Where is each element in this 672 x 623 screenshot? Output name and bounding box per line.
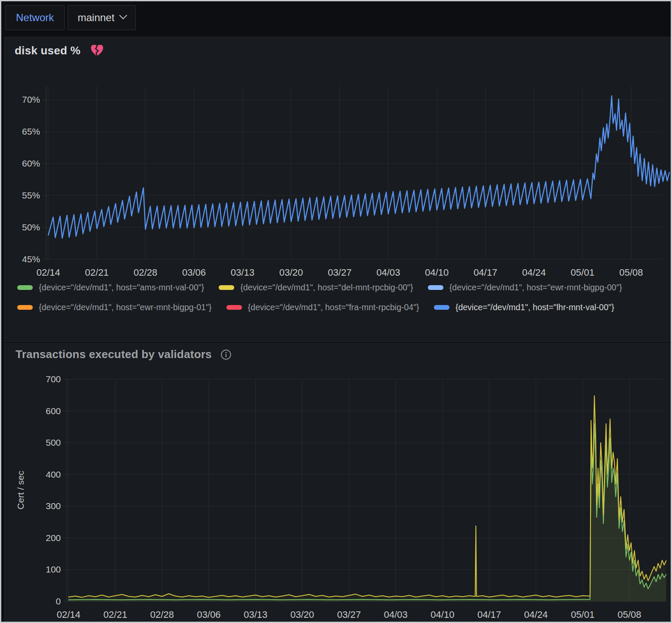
y-tick-label: 500 <box>46 437 61 447</box>
y-tick-label: 55% <box>22 190 40 200</box>
series-line <box>48 96 669 238</box>
y-tick-label: 65% <box>22 126 40 136</box>
x-tick-label: 03/27 <box>328 267 352 278</box>
x-tick-label: 02/21 <box>104 609 127 620</box>
x-tick-label: 03/06 <box>182 267 206 278</box>
x-tick-label: 03/20 <box>279 267 303 278</box>
x-tick-label: 02/14 <box>36 267 60 278</box>
x-tick-label: 04/17 <box>474 267 497 278</box>
x-tick-label: 05/08 <box>618 609 641 620</box>
legend-series-swatch <box>17 285 33 290</box>
y-tick-label: 45% <box>22 254 40 264</box>
disk-chart-legend: {device="/dev/md1", host="ams-mnt-val-00… <box>17 281 660 313</box>
broken-heart-icon <box>91 45 104 57</box>
x-tick-label: 03/20 <box>290 609 314 620</box>
y-tick-label: 600 <box>46 406 61 416</box>
network-variable-label-box: Network <box>5 5 65 30</box>
legend-series-label: {device="/dev/md1", host="fra-mnt-rpcbig… <box>248 302 419 312</box>
legend-item[interactable]: {device="/dev/md1", host="ewr-mnt-bigpg-… <box>17 301 212 313</box>
legend-series-swatch <box>219 285 234 290</box>
x-tick-label: 02/28 <box>134 267 157 278</box>
legend-item[interactable]: {device="/dev/md1", host="lhr-mnt-val-00… <box>434 301 614 313</box>
x-tick-label: 04/10 <box>430 609 454 620</box>
legend-series-label: {device="/dev/md1", host="ewr-mnt-bigpg-… <box>39 302 212 312</box>
legend-series-label: {device="/dev/md1", host="ewr-mnt-bigpg-… <box>449 283 622 293</box>
x-tick-label: 04/17 <box>477 609 501 620</box>
legend-item[interactable]: {device="/dev/md1", host="ewr-mnt-bigpg-… <box>428 281 622 293</box>
legend-series-swatch <box>434 305 449 310</box>
network-variable-dropdown[interactable]: mainnet <box>68 5 136 30</box>
x-tick-label: 03/27 <box>337 609 361 620</box>
y-tick-label: 200 <box>46 533 61 543</box>
series-line <box>69 424 666 600</box>
x-tick-label: 04/10 <box>425 267 449 278</box>
x-tick-label: 04/03 <box>377 267 400 278</box>
x-tick-label: 05/08 <box>619 267 643 278</box>
legend-series-label: {device="/dev/md1", host="lhr-mnt-val-00… <box>455 302 614 312</box>
panel-disk-used: disk used % 45%50%55%60%65%70%02/1402/21… <box>4 37 671 342</box>
legend-series-label: {device="/dev/md1", host="ams-mnt-val-00… <box>39 283 204 293</box>
legend-series-swatch <box>428 285 443 290</box>
dashboard: { "toolbar": { "network_label": "Network… <box>0 0 672 623</box>
legend-item[interactable]: {device="/dev/md1", host="del-mnt-rpcbig… <box>219 281 413 293</box>
network-value: mainnet <box>78 12 114 24</box>
x-tick-label: 02/14 <box>57 609 80 620</box>
x-tick-label: 04/24 <box>524 609 548 620</box>
legend-item[interactable]: {device="/dev/md1", host="fra-mnt-rpcbig… <box>226 301 419 313</box>
legend-series-swatch <box>226 305 242 310</box>
y-tick-label: 300 <box>46 501 61 511</box>
x-tick-label: 02/28 <box>150 609 174 620</box>
disk-panel-title[interactable]: disk used % <box>15 44 80 57</box>
series-line <box>69 396 666 597</box>
x-tick-label: 03/13 <box>231 267 254 278</box>
y-tick-label: 400 <box>46 469 61 479</box>
legend-series-swatch <box>17 305 33 310</box>
x-tick-label: 04/03 <box>384 609 408 620</box>
tx-chart[interactable]: 010020030040050060070002/1402/2102/2803/… <box>4 343 670 621</box>
x-tick-label: 02/21 <box>85 267 109 278</box>
info-circle-icon[interactable] <box>220 349 232 360</box>
y-tick-label: 0 <box>56 596 61 606</box>
chevron-down-icon <box>119 11 127 19</box>
y-tick-label: 50% <box>22 222 40 232</box>
x-tick-label: 05/01 <box>571 267 594 278</box>
y-tick-label: 70% <box>22 94 40 104</box>
y-tick-label: 100 <box>46 564 61 574</box>
x-tick-label: 05/01 <box>571 609 594 620</box>
legend-item[interactable]: {device="/dev/md1", host="ams-mnt-val-00… <box>17 281 204 293</box>
x-tick-label: 04/24 <box>522 267 546 278</box>
panel-transactions: Transactions executed by validators Cert… <box>4 343 671 622</box>
tx-panel-title[interactable]: Transactions executed by validators <box>16 348 212 361</box>
y-tick-label: 60% <box>22 158 40 168</box>
x-tick-label: 03/06 <box>197 609 221 620</box>
x-tick-label: 03/13 <box>244 609 267 620</box>
network-label: Network <box>16 12 54 24</box>
y-tick-label: 700 <box>46 374 61 384</box>
legend-series-label: {device="/dev/md1", host="del-mnt-rpcbig… <box>240 283 413 293</box>
